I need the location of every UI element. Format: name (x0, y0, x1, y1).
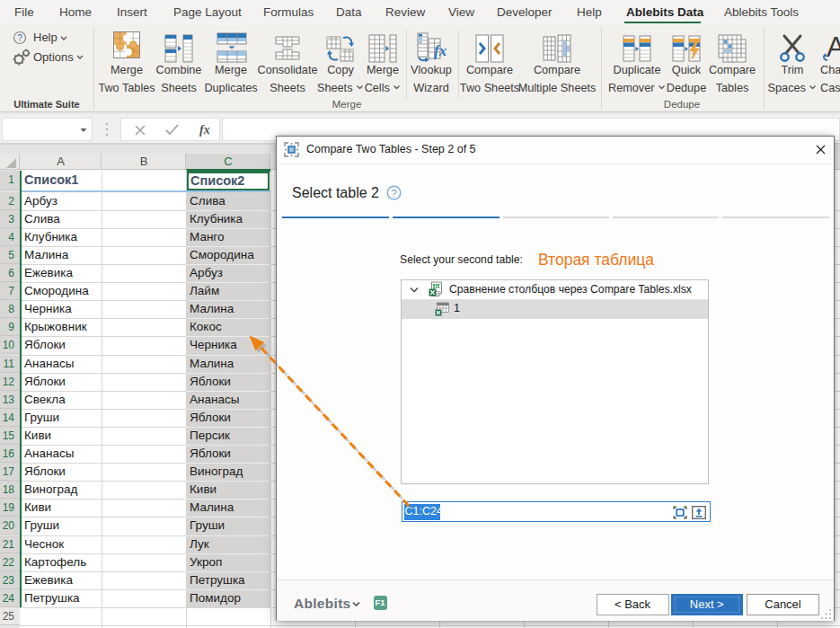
svg-text:fx: fx (199, 123, 210, 137)
svg-text:?: ? (391, 188, 396, 199)
svg-text:A: A (827, 31, 840, 63)
svg-text:fx: fx (434, 42, 447, 59)
svg-text:?: ? (17, 33, 22, 43)
